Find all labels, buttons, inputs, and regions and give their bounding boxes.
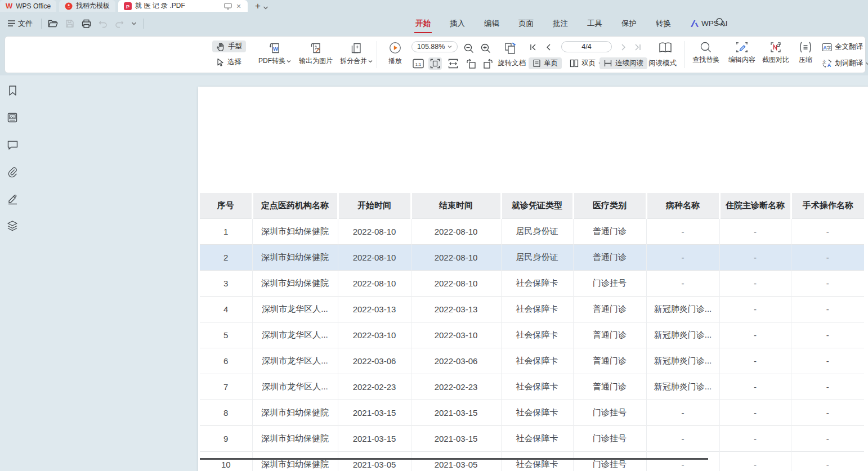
column-header: 住院主诊断名称 [719,193,791,219]
menu-保护[interactable]: 保护 [620,16,638,31]
annotate-pen-icon[interactable] [5,191,20,206]
search-icon[interactable] [715,17,725,27]
table-cell: 深圳市龙华区人... [252,348,338,374]
monitor-icon[interactable] [224,3,232,10]
single-page-button[interactable]: 单页 [529,57,562,69]
first-page-icon[interactable] [527,42,539,52]
prev-page-icon[interactable] [543,42,553,52]
layers-icon[interactable] [5,218,20,233]
read-mode-button[interactable]: 阅读模式 [647,57,678,69]
next-page-icon[interactable] [619,42,629,52]
menu-插入[interactable]: 插入 [449,16,466,31]
print-icon[interactable] [80,18,92,29]
screenshot-compare-button[interactable]: 截图对比 [758,41,793,65]
tab-strip: WWPS Office找稻壳模板P就 医 记 录 .PDF× [0,0,250,12]
table-cell: 2022-03-10 [338,322,411,348]
fit-page-icon[interactable] [428,57,442,70]
pdf-page[interactable]: 序号定点医药机构名称开始时间结束时间就诊凭证类型医疗类别病种名称住院主诊断名称手… [198,87,868,471]
hand-tool-button[interactable]: 手型 [212,41,246,52]
word-translate-button[interactable]: 文A 划词翻译 [820,57,868,69]
table-row: 3深圳市妇幼保健院2022-08-102022-08-10社会保障卡门诊挂号--… [200,271,864,297]
file-menu-button[interactable]: 文件 [5,17,36,30]
file-menu-label: 文件 [18,19,33,29]
column-header: 就诊凭证类型 [501,193,573,219]
medical-records-table: 序号定点医药机构名称开始时间结束时间就诊凭证类型医疗类别病种名称住院主诊断名称手… [200,193,864,471]
table-cell: 2022-03-13 [338,297,411,322]
full-translate-label: 全文翻译 [835,42,863,52]
rotate-pages-icon[interactable] [502,40,518,57]
table-cell: 3 [200,271,252,297]
table-row: 7深圳市龙华区人...2022-02-232022-02-23社会保障卡普通门诊… [200,374,864,400]
table-cell: - [791,400,864,426]
compress-button[interactable]: 压缩 [793,41,818,65]
page-number-input[interactable]: 4/4 [561,41,612,52]
table-cell: 2022-08-10 [338,245,411,271]
fit-width-icon[interactable] [446,57,460,70]
actual-size-icon[interactable]: 1:1 [411,57,425,70]
pdf-convert-button[interactable]: W PDF转换 [254,41,296,66]
table-cell: - [791,245,864,271]
table-cell: 6 [200,348,252,374]
select-tool-button[interactable]: 选择 [212,56,245,68]
play-button[interactable]: 播放 [381,41,409,66]
table-cell: 2021-03-15 [411,400,501,426]
table-cell: 深圳市龙华区人... [252,322,338,348]
tab-list-chevron-icon[interactable] [263,6,269,10]
menu-工具[interactable]: 工具 [586,16,603,31]
menu-编辑[interactable]: 编辑 [483,16,500,31]
edit-content-button[interactable]: 编辑内容 [724,41,759,65]
table-cell: - [719,426,791,452]
menu-label: 插入 [450,19,465,29]
zoom-level-select[interactable]: 105.88% [411,41,458,52]
zoom-level-value: 105.88% [417,43,445,51]
tab-就-医-记-录-.pdf[interactable]: P就 医 记 录 .PDF× [118,0,248,12]
rotate-doc-label: 旋转文档 [498,59,526,68]
table-cell: 普通门诊 [573,245,646,271]
redo-icon[interactable] [114,19,125,29]
tab-找稻壳模板[interactable]: 找稻壳模板 [59,0,115,12]
export-image-button[interactable]: 输出为图片 [294,41,337,66]
open-folder-icon[interactable] [47,18,59,29]
table-cell: 社会保障卡 [501,374,573,400]
zoom-in-icon[interactable] [479,42,493,55]
menu-开始[interactable]: 开始 [414,16,432,31]
edit-content-icon [735,41,749,53]
table-cell: - [791,374,864,400]
table-cell: 2021-03-05 [411,452,501,471]
rotate-left-icon[interactable] [464,57,478,70]
screenshot-compare-icon [769,41,782,53]
menu-转换[interactable]: 转换 [655,16,672,31]
comment-icon[interactable] [5,137,20,152]
single-page-label: 单页 [544,59,558,68]
find-replace-button[interactable]: 查找替换 [688,41,723,65]
table-cell: - [719,452,791,471]
menu-批注[interactable]: 批注 [552,16,569,31]
close-icon[interactable]: × [235,2,242,10]
table-cell: 新冠肺炎门诊... [646,374,719,400]
tab-wps-office[interactable]: WWPS Office [0,0,56,12]
zoom-out-icon[interactable] [462,42,476,55]
menu-页面[interactable]: 页面 [517,16,535,31]
split-merge-button[interactable]: 拆分合并 [336,41,377,66]
last-page-icon[interactable] [632,42,643,52]
rotate-doc-button[interactable]: 旋转文档 [496,57,527,69]
full-translate-button[interactable]: A字 全文翻译 [820,41,865,53]
more-tools-chevron-icon[interactable] [130,20,138,27]
save-icon[interactable] [64,18,75,29]
column-header: 手术操作名称 [791,193,864,219]
table-cell: 门诊挂号 [573,271,646,297]
table-cell: 新冠肺炎门诊... [646,348,719,374]
table-cell: - [646,400,719,426]
rotate-right-icon[interactable] [481,57,495,70]
undo-icon[interactable] [97,19,109,29]
read-mode-icon[interactable] [657,40,674,56]
continuous-read-button[interactable]: 连续阅读 [599,57,647,69]
thumbnail-icon[interactable] [5,110,20,125]
bookmark-icon[interactable] [5,83,20,98]
new-tab-button[interactable]: + [255,1,261,11]
table-cell: 居民身份证 [501,245,573,271]
table-cell: - [719,322,791,348]
table-cell: 2 [200,245,252,271]
attachment-icon[interactable] [5,164,20,179]
table-cell: 2022-02-23 [338,374,411,400]
